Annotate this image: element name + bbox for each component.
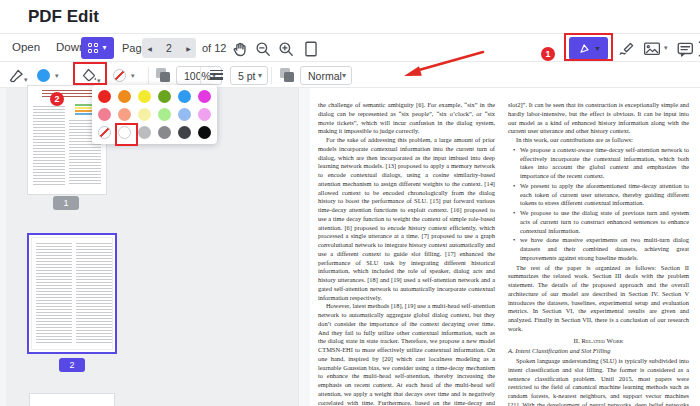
stroke-color-swatch[interactable]	[37, 69, 50, 82]
zoom-out-button[interactable]	[254, 40, 272, 58]
grid-view-icon	[88, 43, 99, 54]
paragraph: Spoken language understanding (SLU) is t…	[508, 357, 689, 406]
section-heading: II. Related Work	[508, 337, 689, 346]
color-swatch[interactable]	[198, 108, 211, 121]
zoom-in-icon	[277, 40, 295, 58]
zoom-out-icon	[254, 40, 272, 58]
thumbnail-page-3-partial[interactable]	[30, 394, 114, 406]
no-color-swatch[interactable]	[98, 126, 111, 139]
color-swatch[interactable]	[198, 126, 211, 139]
chevron-down-icon[interactable]	[131, 72, 135, 80]
current-page-field[interactable]: 2	[157, 42, 181, 54]
paragraph: the challenge of semantic ambiguity [6].…	[318, 101, 495, 136]
text-tool-button[interactable]	[696, 40, 700, 58]
color-swatch[interactable]	[158, 90, 171, 103]
color-swatch[interactable]	[138, 126, 151, 139]
page-navigator: 2	[142, 38, 196, 58]
color-swatch[interactable]	[158, 126, 171, 139]
doc-left-column: the challenge of semantic ambiguity [6].…	[318, 101, 495, 406]
contribution-item: we have done massive experiments on two …	[512, 236, 689, 262]
zoom-in-button[interactable]	[277, 40, 295, 58]
stroke-width-dropdown[interactable]: 5 pt	[230, 66, 268, 85]
pdf-page[interactable]: the challenge of semantic ambiguity [6].…	[310, 88, 700, 406]
color-swatch[interactable]	[98, 108, 111, 121]
chevron-down-icon	[97, 77, 101, 85]
color-swatch[interactable]	[158, 108, 171, 121]
divider	[148, 67, 149, 84]
comment-tool-button[interactable]	[676, 40, 694, 58]
color-swatch[interactable]	[178, 126, 191, 139]
signature-tool-button[interactable]	[618, 40, 636, 58]
paragraph: slot2]”. It can be seen that its constru…	[508, 101, 689, 136]
view-mode-button[interactable]	[81, 37, 114, 59]
color-swatch[interactable]	[118, 108, 131, 121]
main-toolbar: Open Download Page 2 of 12	[0, 33, 700, 62]
open-button[interactable]: Open	[12, 41, 40, 53]
signature-icon	[618, 40, 636, 58]
opacity-value: 100%	[184, 70, 211, 82]
color-swatch[interactable]	[118, 90, 131, 103]
next-page-button[interactable]	[181, 45, 196, 52]
no-fill-swatch[interactable]	[113, 69, 126, 82]
hand-icon	[231, 40, 249, 58]
chevron-down-icon	[102, 44, 106, 52]
blend-mode-icon	[280, 68, 296, 83]
contribution-item: We propose a context-aware time-decay se…	[512, 146, 689, 181]
subsection-heading: A. Intent Classification and Slot Fillin…	[508, 347, 689, 356]
color-swatch[interactable]	[98, 90, 111, 103]
sidebar-scrollbar[interactable]	[0, 88, 6, 406]
total-pages-label: of 12	[202, 42, 226, 54]
opacity-icon	[156, 68, 172, 83]
page-title: PDF Edit	[28, 7, 99, 27]
color-palette-popup	[92, 85, 217, 144]
divider	[271, 67, 272, 84]
image-tool-button[interactable]	[643, 40, 661, 58]
thumbnail-page-2-selected[interactable]	[27, 233, 117, 354]
thumbnail-label-1: 1	[53, 196, 79, 210]
chevron-down-icon[interactable]	[664, 44, 668, 52]
contribution-item: We propose to use the dialog state of pr…	[512, 209, 689, 235]
comment-icon	[676, 40, 694, 58]
contribution-item: We present to apply the aforementioned t…	[512, 182, 689, 208]
thumbnail-content	[32, 238, 112, 349]
fill-color-icon	[80, 67, 98, 83]
paragraph: However, latest methods [18], [19] use a…	[318, 302, 495, 406]
doc-right-column: slot2]”. It can be seen that its constru…	[508, 101, 689, 406]
divider	[200, 67, 201, 84]
shape-annotation-button[interactable]	[569, 37, 608, 60]
color-swatch[interactable]	[138, 90, 151, 103]
chevron-down-icon	[24, 76, 28, 84]
text-cursor-icon	[696, 40, 700, 58]
thumbnail-label-2: 2	[59, 358, 85, 372]
previous-page-button[interactable]	[142, 45, 157, 52]
chevron-down-icon	[258, 72, 262, 80]
app-header: PDF Edit	[0, 0, 700, 33]
main-scrollbar[interactable]	[298, 88, 310, 406]
contributions-list: We propose a context-aware time-decay se…	[512, 146, 689, 263]
image-icon	[643, 40, 661, 57]
chevron-down-icon[interactable]	[55, 72, 59, 80]
paragraph: In this work, our contributions are as f…	[508, 136, 689, 145]
color-swatch[interactable]	[198, 90, 211, 103]
paragraph: For the sake of addressing this problem,…	[318, 136, 495, 302]
color-swatch[interactable]	[138, 108, 151, 121]
hand-tool-button[interactable]	[231, 40, 249, 58]
chevron-down-icon	[342, 72, 346, 80]
stroke-width-value: 5 pt	[238, 70, 256, 82]
blend-mode-dropdown[interactable]: Normal	[300, 66, 352, 85]
single-page-icon	[302, 40, 320, 58]
thumbnail-content	[42, 90, 92, 99]
color-swatch[interactable]	[178, 90, 191, 103]
line-width-icon	[210, 70, 223, 82]
paragraph: The rest of the paper is organized as fo…	[508, 264, 689, 334]
color-swatch[interactable]	[118, 126, 131, 139]
fill-color-button[interactable]	[80, 67, 98, 85]
chevron-down-icon	[595, 45, 599, 53]
single-page-view-button[interactable]	[302, 40, 320, 58]
thumbnail-content	[33, 106, 65, 186]
color-palette-grid	[98, 90, 211, 139]
color-swatch[interactable]	[178, 108, 191, 121]
blend-mode-value: Normal	[308, 70, 342, 82]
shape-tool-icon	[577, 41, 592, 56]
